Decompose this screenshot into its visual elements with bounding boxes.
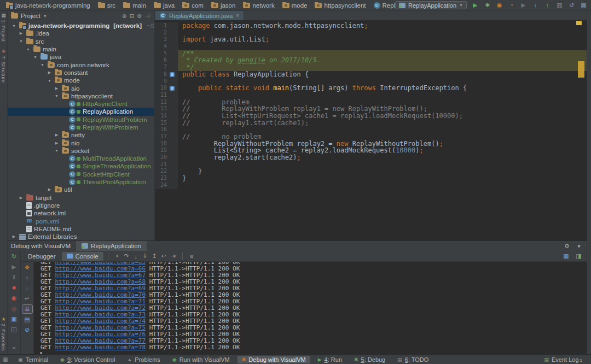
tree-item[interactable]: ▶.idea: [8, 30, 154, 37]
print-button[interactable]: ▤: [22, 315, 32, 324]
breadcrumb-item[interactable]: mode: [279, 2, 311, 9]
tab-console[interactable]: Console: [62, 252, 103, 261]
tree-item[interactable]: ▶constant: [8, 69, 154, 77]
status-item-run-with-visualvm[interactable]: ◉Run with VisualVM: [168, 356, 234, 363]
line-number[interactable]: 3: [155, 36, 167, 43]
line-number[interactable]: 10: [155, 85, 167, 92]
prev-occurrence-button[interactable]: ↑: [22, 274, 32, 282]
line-number[interactable]: 19: [155, 147, 167, 154]
run-button[interactable]: ▶: [471, 2, 479, 9]
run-gutter-icon[interactable]: [170, 86, 175, 91]
line-number[interactable]: 21: [155, 161, 167, 168]
line-number[interactable]: 15: [155, 120, 167, 127]
breadcrumb-item[interactable]: java-network-programming: [2, 2, 94, 9]
line-number[interactable]: 17: [155, 133, 167, 140]
line-number[interactable]: 18: [155, 140, 167, 148]
soft-wrap-button[interactable]: ↵: [22, 295, 32, 303]
status-item-run[interactable]: ▶4: Run: [314, 356, 346, 363]
more-button[interactable]: »: [9, 344, 19, 352]
tree-item[interactable]: pom.xml: [8, 217, 154, 225]
pin-tab-button[interactable]: ◨: [574, 253, 583, 260]
locate-icon[interactable]: ⊕: [120, 13, 128, 19]
tree-item[interactable]: ThreadPoolApplication: [8, 178, 154, 186]
vcs-update-button[interactable]: ↓: [531, 2, 540, 9]
next-occurrence-button[interactable]: ↓: [22, 284, 32, 292]
line-number[interactable]: 13: [155, 105, 167, 113]
status-item-version-control[interactable]: ◉9: Version Control: [56, 356, 119, 363]
hide-icon[interactable]: ⊣: [143, 13, 151, 19]
breadcrumb-item[interactable]: httpasyncclient: [311, 2, 369, 9]
breadcrumb-item[interactable]: network: [239, 2, 278, 9]
status-item-terminal[interactable]: ▣Terminal: [14, 356, 53, 363]
breadcrumb-item[interactable]: ReplayApplication: [370, 2, 395, 9]
rerun-button[interactable]: ↻: [9, 253, 19, 261]
console-settings-button[interactable]: ❖: [22, 263, 32, 272]
tree-item[interactable]: SingleThreadApplication: [8, 162, 154, 170]
snapshot-button[interactable]: ◫: [9, 325, 19, 333]
tree-item[interactable]: ▼socket: [8, 147, 154, 155]
stop-button[interactable]: ■: [9, 284, 19, 292]
line-number[interactable]: 9: [155, 78, 167, 85]
line-number[interactable]: 7: [155, 64, 167, 71]
line-number[interactable]: 14: [155, 113, 167, 120]
breadcrumb-item[interactable]: src: [94, 2, 119, 9]
collapse-all-icon[interactable]: ⊟: [128, 13, 136, 19]
tree-item[interactable]: ▼src: [8, 38, 154, 45]
line-number[interactable]: 6: [155, 57, 167, 64]
editor-body[interactable]: 1package com.jason.network.mode.httpasyn…: [155, 21, 587, 240]
tree-item[interactable]: ▼main: [8, 45, 154, 53]
line-number[interactable]: 16: [155, 126, 167, 133]
sidebar-item-7-structure[interactable]: ❖7: Structure: [1, 49, 7, 83]
sidebar-item-2-favorites[interactable]: ★2: Favorites: [1, 317, 7, 351]
run-with-coverage-button[interactable]: ◉: [495, 2, 503, 9]
debug-button[interactable]: ✱: [483, 2, 491, 9]
tree-item[interactable]: ▼java-network-programming[network]~/Code…: [8, 22, 154, 30]
close-icon[interactable]: ×: [236, 13, 239, 19]
tree-item[interactable]: MultiThreadApplication: [8, 155, 154, 162]
thread-dump-button[interactable]: ▣: [9, 315, 19, 323]
status-item-debug[interactable]: ✱5: Debug: [350, 356, 390, 363]
tree-item[interactable]: README.md: [8, 225, 154, 233]
step-out-button[interactable]: ↥: [150, 253, 159, 260]
status-item-debug-with-visualvm[interactable]: ✱Debug with VisualVM: [237, 356, 310, 363]
line-number[interactable]: 22: [155, 168, 167, 175]
tab-debugger[interactable]: Debugger: [23, 252, 61, 261]
debug-session-tab[interactable]: ReplayApplication: [76, 241, 147, 251]
line-number[interactable]: 1: [155, 22, 167, 30]
attach-button[interactable]: ▶: [519, 2, 528, 9]
tree-item[interactable]: ▶aio: [8, 84, 154, 92]
tree-item[interactable]: ▶nio: [8, 139, 154, 146]
line-number[interactable]: 5: [155, 50, 167, 57]
force-step-into-button[interactable]: ⇩: [141, 253, 150, 260]
settings-icon[interactable]: ⚙: [563, 243, 571, 250]
console-url-link[interactable]: http://www.baidu.com?a=78: [55, 344, 146, 351]
breadcrumb-item[interactable]: com: [178, 2, 207, 9]
console-output[interactable]: GET http://www.baidu.com?a=65 HTTP/1.1->…: [34, 262, 587, 354]
pause-output-button[interactable]: ■: [187, 253, 196, 260]
restore-layout-button[interactable]: ▦: [561, 253, 571, 260]
status-item-todo[interactable]: ▤6: TODO: [393, 356, 433, 363]
line-number[interactable]: 4: [155, 43, 167, 50]
line-number[interactable]: 12: [155, 99, 167, 106]
rollback-button[interactable]: ↺: [567, 2, 576, 9]
tree-item[interactable]: ▼httpasyncclient: [8, 92, 154, 100]
tree-item[interactable]: ReplayWithProblem: [8, 124, 154, 131]
tree-item[interactable]: ReplayWithoutProblem: [8, 116, 154, 124]
resume-button[interactable]: ▶: [9, 263, 19, 271]
run-gutter-icon[interactable]: [170, 72, 175, 77]
breadcrumb-item[interactable]: jason: [207, 2, 240, 9]
compare-button[interactable]: ▥: [555, 2, 564, 9]
mute-breakpoints-button[interactable]: ◎: [9, 304, 19, 313]
drop-frame-button[interactable]: ↩: [159, 253, 169, 260]
tree-item[interactable]: ▶netty: [8, 131, 154, 139]
breadcrumb-item[interactable]: main: [119, 2, 150, 9]
status-item-problems[interactable]: ▲Problems: [123, 356, 164, 363]
view-breakpoints-button[interactable]: ◉: [9, 294, 19, 302]
line-number[interactable]: 23: [155, 175, 167, 182]
status-item-event-log[interactable]: ▤Event Log1: [540, 356, 587, 363]
tree-item[interactable]: SocketHttpClient: [8, 171, 154, 178]
sidebar-item-1-project[interactable]: ▦1: Project: [1, 13, 7, 42]
line-number[interactable]: 11: [155, 92, 167, 99]
run-configuration-select[interactable]: ReplayApplication ▼: [395, 1, 467, 9]
tool-window-switcher-icon[interactable]: ▦: [2, 356, 9, 362]
